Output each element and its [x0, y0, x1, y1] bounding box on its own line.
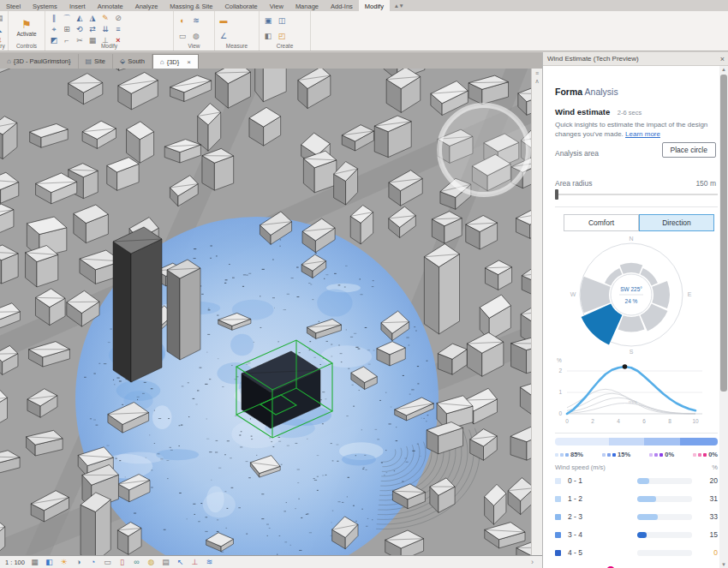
displaced-elements-icon[interactable]: ↖ [176, 558, 185, 567]
svg-text:m/s: m/s [629, 399, 637, 404]
ribbon-tab-modify[interactable]: Modify [359, 0, 390, 11]
scale-control[interactable]: 1 : 100 [5, 559, 25, 566]
linework-icon[interactable]: ▭ [177, 31, 188, 41]
visual-style-icon[interactable]: ◧ [45, 558, 54, 567]
fillet-icon[interactable]: ⌒ [62, 13, 72, 23]
ribbon-tab-annotate[interactable]: Annotate [92, 0, 129, 11]
svg-text:SW 225°: SW 225° [620, 286, 642, 292]
panel-content: Forma Analysis Wind estimate 2-6 secs Qu… [543, 66, 719, 568]
ribbon-tab-massing-site[interactable]: Massing & Site [164, 0, 218, 11]
panel-label-geometry: Geometry [0, 43, 8, 51]
match-type-icon[interactable]: ≡ [113, 24, 123, 34]
comfort-scale-bar [555, 438, 718, 445]
scrollbar-thumb[interactable] [720, 75, 727, 392]
offset-icon[interactable]: ⇄ [87, 24, 98, 34]
ribbon-tab-collaborate[interactable]: Collaborate [218, 0, 263, 11]
align-icon[interactable]: ∥ [49, 13, 59, 23]
view-control-bar: 1 : 100 ▦ ◧ ☀ ◑ ◔ ▭ ▯ ∞ ◍ ▤ ↖ ⊥ ≋ › [0, 555, 542, 568]
activate-controls-button[interactable]: ⚑ Activate [12, 13, 41, 42]
wind-table-header: Wind speed (m/s) % [555, 463, 718, 471]
menu-icon[interactable]: ≡ [532, 70, 542, 76]
slider-thumb[interactable] [555, 189, 558, 200]
table-row: 1 - 2 31 [555, 494, 718, 503]
area-radius-slider[interactable] [555, 189, 718, 200]
view-tab-3d-paulgrimston[interactable]: ⌂ {3D - PaulGrimston} [0, 54, 79, 69]
measure-ruler-icon[interactable]: ▬ [218, 15, 229, 26]
create-similar-icon[interactable]: ◧ [263, 31, 273, 41]
ribbon-tab-analyze[interactable]: Analyze [129, 0, 164, 11]
unjoin-icon[interactable]: ⊘ [113, 13, 123, 23]
create-group-icon[interactable]: ▣ [263, 15, 273, 26]
tab-comfort[interactable]: Comfort [564, 214, 639, 231]
create-assembly-icon[interactable]: ◫ [277, 15, 287, 26]
ribbon-tab-manage[interactable]: Manage [289, 0, 325, 11]
svg-text:6: 6 [642, 418, 646, 424]
crop-region-icon[interactable]: ▯ [117, 558, 127, 567]
copy-icon[interactable]: ⊞ [62, 24, 72, 34]
edit-icon[interactable]: ✎ [100, 13, 110, 23]
view-settings-icon[interactable]: ≋ [191, 15, 201, 26]
viewbar-overflow-chevron[interactable]: › [528, 558, 537, 567]
ribbon-tab-view[interactable]: View [264, 0, 289, 11]
area-radius-value: 150 m [695, 179, 716, 188]
reveal-constraints-icon[interactable]: ⊥ [190, 558, 200, 567]
sheet-icon: ▤ [86, 57, 92, 65]
measure-angle-icon[interactable]: ∠ [218, 31, 229, 41]
pct-bar [637, 532, 692, 538]
speed-swatch [555, 514, 561, 520]
sun-path-icon[interactable]: ☀ [59, 558, 69, 567]
wind-speed-distribution-chart[interactable]: 0120246810%m/s [550, 356, 713, 431]
ribbon-display-toggle[interactable]: ▴ ▾ [390, 0, 409, 11]
view-tab-site[interactable]: ▤ Site [79, 54, 114, 69]
panel-controls: ⚑ Activate Controls [9, 11, 45, 51]
temp-view-properties-icon[interactable]: ▤ [161, 558, 170, 567]
pct-bar [637, 496, 692, 502]
rotate-icon[interactable]: ⟲ [75, 24, 85, 34]
view-tab-3d[interactable]: ⌂ {3D} × [152, 54, 199, 69]
wind-rose-chart[interactable]: NESWSW 225°24 % [550, 232, 713, 357]
drawing-area[interactable] [0, 69, 531, 555]
city-model-canvas[interactable] [0, 69, 531, 555]
create-parts-icon[interactable]: ◰ [277, 31, 287, 41]
panel-label-view: View [174, 43, 214, 51]
view-tab-south[interactable]: ⬙ South [113, 54, 152, 69]
table-row: 4 - 5 0 [555, 548, 718, 557]
reveal-hidden-icon[interactable]: ◍ [146, 558, 156, 567]
panel-title-bar[interactable]: Wind Estimate (Tech Preview) × [543, 52, 728, 66]
crop-view-icon[interactable]: ▭ [103, 558, 112, 567]
worksharing-display-icon[interactable]: ≋ [205, 558, 214, 567]
hide-isolate-icon[interactable]: ∞ [132, 558, 141, 567]
ribbon-tab-insert[interactable]: Insert [63, 0, 92, 11]
learn-more-link[interactable]: Learn more [625, 130, 660, 138]
scroll-up-icon[interactable]: ▲ [719, 67, 728, 72]
panel-title: Wind Estimate (Tech Preview) [547, 55, 639, 63]
shadows-icon[interactable]: ◑ [74, 558, 83, 567]
split-face-icon[interactable]: ◣ [0, 24, 4, 34]
render-icon[interactable]: ◔ [88, 558, 98, 567]
ribbon-tab-addins[interactable]: Add-Ins [325, 0, 359, 11]
duration-badge: 2-6 secs [618, 109, 641, 117]
panel-scrollbar[interactable]: ▲ ▼ [719, 66, 728, 568]
analysis-area-label: Analysis area [555, 149, 599, 158]
cope-icon[interactable]: ⇊ [100, 24, 110, 34]
collapse-icon[interactable]: ∧ [532, 78, 542, 85]
panel-close-icon[interactable]: × [720, 55, 725, 63]
mirror-pick-icon[interactable]: ◮ [87, 13, 98, 23]
reveal-lines-icon[interactable]: ◐ [177, 15, 188, 26]
mirror-axis-icon[interactable]: ◭ [75, 13, 85, 23]
place-circle-button[interactable]: Place circle [662, 142, 716, 158]
wall-joins-icon[interactable]: ▤ [0, 13, 4, 23]
detail-level-icon[interactable]: ▦ [30, 558, 39, 567]
svg-text:%: % [557, 357, 562, 363]
svg-text:2: 2 [591, 418, 594, 424]
svg-text:10: 10 [692, 418, 699, 424]
svg-text:0: 0 [565, 418, 569, 424]
legend-item: 0% [693, 451, 718, 458]
ribbon-tab-systems[interactable]: Systems [27, 0, 63, 11]
tab-direction[interactable]: Direction [639, 214, 714, 231]
ribbon-tab-steel[interactable]: Steel [0, 0, 27, 11]
move-icon[interactable]: ⌖ [49, 24, 59, 34]
hide-elements-icon[interactable]: ◍ [191, 31, 201, 41]
close-view-icon[interactable]: × [187, 58, 191, 66]
scroll-down-icon[interactable]: ▼ [719, 562, 728, 567]
